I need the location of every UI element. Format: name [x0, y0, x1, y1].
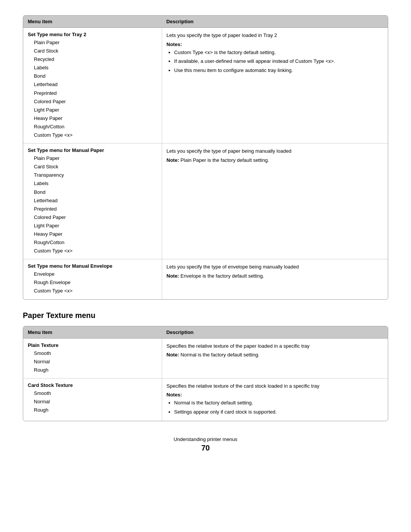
- menu-item-cell: Set Type menu for Manual Envelope Envelo…: [23, 259, 162, 299]
- description-text: Lets you specify the type of envelope be…: [167, 263, 383, 271]
- texture-table: Menu item Description Plain Texture Smoo…: [23, 326, 388, 422]
- menu-item-cell: Set Type menu for Tray 2 Plain Paper Car…: [23, 28, 162, 144]
- section-heading: Paper Texture menu: [23, 311, 388, 320]
- col2-header: Description: [162, 16, 388, 28]
- note-text: Normal is the factory default setting.: [179, 352, 260, 358]
- note-text: Envelope is the factory default setting.: [179, 273, 264, 279]
- sub-item: Plain Paper: [28, 154, 157, 163]
- col1-header: Menu item: [23, 16, 162, 28]
- list-item: Custom Type <x> is the factory default s…: [174, 49, 383, 56]
- note-label: Note:: [167, 273, 179, 279]
- inline-note: Note: Plain Paper is the factory default…: [167, 157, 269, 163]
- sub-item: Rough Envelope: [28, 278, 157, 287]
- menu-item-cell: Plain Texture Smooth Normal Rough: [23, 338, 162, 378]
- menu-item-bold: Set Type menu for Manual Envelope: [28, 263, 157, 269]
- sub-item: Letterhead: [28, 197, 157, 205]
- inline-note: Note: Normal is the factory default sett…: [167, 352, 260, 358]
- sub-item: Letterhead: [28, 80, 157, 89]
- description-cell: Lets you specify the type of envelope be…: [162, 259, 388, 299]
- sub-item: Rough: [28, 366, 157, 374]
- sub-item: Bond: [28, 188, 157, 197]
- sub-item: Heavy Paper: [28, 230, 157, 238]
- notes-list: Custom Type <x> is the factory default s…: [167, 49, 383, 74]
- description-text: Specifies the relative texture of the pa…: [167, 342, 383, 350]
- description-text: Lets you specify the type of paper loade…: [167, 32, 383, 39]
- note-text: Plain Paper is the factory default setti…: [179, 157, 269, 163]
- col1-header: Menu item: [23, 326, 162, 339]
- sub-item: Rough/Cotton: [28, 238, 157, 247]
- sub-item: Plain Paper: [28, 38, 157, 47]
- menu-item-cell: Card Stock Texture Smooth Normal Rough: [23, 378, 162, 421]
- description-cell: Specifies the relative texture of the pa…: [162, 338, 388, 378]
- notes-label: Notes:: [167, 392, 182, 398]
- sub-item: Preprinted: [28, 205, 157, 213]
- sub-item: Custom Type <x>: [28, 247, 157, 255]
- notes-label: Notes:: [167, 42, 182, 47]
- sub-item: Light Paper: [28, 222, 157, 230]
- description-text: Specifies the relative texture of the ca…: [167, 382, 383, 390]
- note-label: Note:: [167, 352, 179, 358]
- sub-item: Transparency: [28, 171, 157, 179]
- note-label: Note:: [167, 157, 179, 163]
- sub-item: Light Paper: [28, 106, 157, 114]
- sub-item: Colored Paper: [28, 213, 157, 222]
- sub-item: Labels: [28, 179, 157, 188]
- inline-note: Note: Envelope is the factory default se…: [167, 273, 264, 279]
- footer-text: Understanding printer menus: [174, 436, 237, 442]
- sub-item: Bond: [28, 72, 157, 80]
- sub-item: Normal: [28, 398, 157, 406]
- sub-item: Smooth: [28, 349, 157, 358]
- sub-item: Custom Type <x>: [28, 131, 157, 139]
- sub-item: Colored Paper: [28, 97, 157, 106]
- list-item: Normal is the factory default setting.: [174, 399, 383, 407]
- table-row: Card Stock Texture Smooth Normal Rough S…: [23, 378, 388, 421]
- menu-item-cell: Set Type menu for Manual Paper Plain Pap…: [23, 144, 162, 259]
- sub-item: Preprinted: [28, 89, 157, 97]
- sub-item: Card Stock: [28, 163, 157, 171]
- menu-item-bold: Set Type menu for Tray 2: [28, 32, 157, 37]
- description-text: Lets you specify the type of paper being…: [167, 147, 383, 155]
- sub-item: Rough/Cotton: [28, 123, 157, 131]
- description-cell: Lets you specify the type of paper being…: [162, 144, 388, 259]
- sub-item: Heavy Paper: [28, 114, 157, 123]
- sub-item: Rough: [28, 406, 157, 414]
- sub-item: Envelope: [28, 270, 157, 278]
- table-row: Set Type menu for Manual Envelope Envelo…: [23, 259, 388, 299]
- description-cell: Specifies the relative texture of the ca…: [162, 378, 388, 421]
- notes-list: Normal is the factory default setting. S…: [167, 399, 383, 415]
- sub-item: Labels: [28, 64, 157, 72]
- sub-item: Recycled: [28, 55, 157, 64]
- menu-item-bold: Plain Texture: [28, 342, 157, 348]
- col2-header: Description: [162, 326, 388, 339]
- sub-item: Normal: [28, 358, 157, 366]
- description-cell: Lets you specify the type of paper loade…: [162, 28, 388, 144]
- page-number: 70: [23, 444, 388, 452]
- table-row: Set Type menu for Manual Paper Plain Pap…: [23, 144, 388, 259]
- menu-item-bold: Card Stock Texture: [28, 382, 157, 388]
- list-item: Settings appear only if card stock is su…: [174, 408, 383, 416]
- list-item: Use this menu item to configure automati…: [174, 67, 383, 74]
- set-type-table: Menu item Description Set Type menu for …: [23, 15, 388, 300]
- table-row: Set Type menu for Tray 2 Plain Paper Car…: [23, 28, 388, 144]
- sub-item: Card Stock: [28, 47, 157, 55]
- page-footer: Understanding printer menus 70: [23, 436, 388, 452]
- sub-item: Custom Type <x>: [28, 287, 157, 295]
- list-item: If available, a user-defined name will a…: [174, 58, 383, 65]
- menu-item-bold: Set Type menu for Manual Paper: [28, 147, 157, 153]
- table-row: Plain Texture Smooth Normal Rough Specif…: [23, 338, 388, 378]
- sub-item: Smooth: [28, 389, 157, 398]
